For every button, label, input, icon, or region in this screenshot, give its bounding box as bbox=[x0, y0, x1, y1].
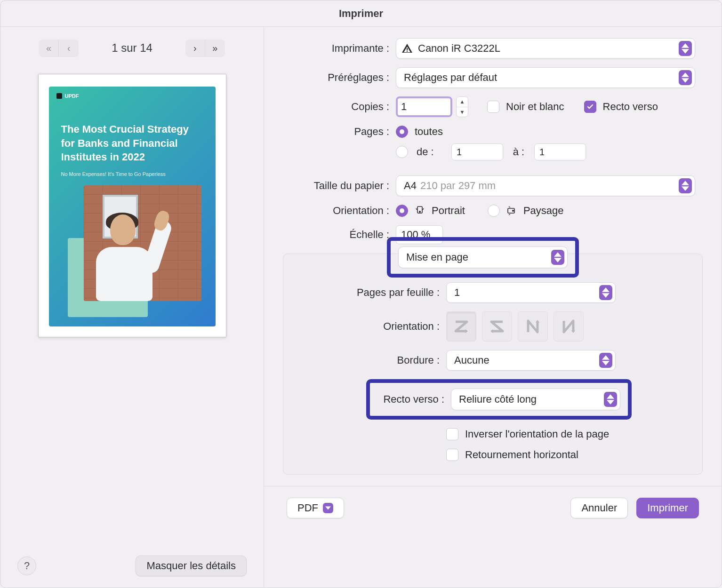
pps-select[interactable]: 1 bbox=[446, 282, 616, 303]
preview-next-group: › » bbox=[185, 40, 225, 56]
pdf-label: PDF bbox=[297, 502, 318, 514]
pages-all-label: toutes bbox=[415, 126, 443, 138]
duplex-value: Reliure côté long bbox=[459, 393, 537, 405]
label-pages: Pages : bbox=[281, 126, 389, 138]
doc-photo bbox=[68, 185, 201, 317]
label-duplex: Recto verso : bbox=[377, 393, 444, 405]
chevron-updown-icon bbox=[551, 250, 564, 265]
label-border: Bordure : bbox=[300, 354, 440, 366]
chevron-updown-icon bbox=[604, 392, 617, 407]
hide-details-button[interactable]: Masquer les détails bbox=[136, 556, 247, 576]
reverse-orientation-label: Inverser l'orientation de la page bbox=[465, 428, 609, 440]
section-value: Mise en page bbox=[406, 251, 468, 263]
presets-value: Réglages par défaut bbox=[404, 72, 497, 84]
pps-value: 1 bbox=[454, 286, 460, 299]
help-button[interactable]: ? bbox=[17, 556, 36, 575]
pages-from-label: de : bbox=[417, 146, 443, 158]
svg-point-3 bbox=[419, 211, 421, 213]
orientation-portrait-radio[interactable] bbox=[396, 205, 408, 217]
copies-stepper[interactable]: ▲ ▼ bbox=[456, 96, 468, 117]
section-highlight: Mise en page bbox=[387, 237, 579, 278]
doc-logo: UPDF bbox=[56, 93, 79, 99]
landscape-icon bbox=[506, 206, 517, 216]
label-printer: Imprimante : bbox=[281, 42, 389, 55]
flip-horizontal-label: Retournement horizontal bbox=[465, 449, 578, 461]
pages-all-radio[interactable] bbox=[396, 126, 408, 138]
label-scale: Échelle : bbox=[281, 229, 389, 241]
layout-z-button[interactable] bbox=[446, 311, 476, 342]
doc-title: The Most Crucial Strategy for Banks and … bbox=[61, 122, 197, 164]
paper-dimensions: 210 par 297 mm bbox=[420, 180, 496, 192]
chevron-updown-icon bbox=[679, 178, 692, 193]
border-select[interactable]: Aucune bbox=[446, 350, 616, 371]
svg-point-5 bbox=[512, 210, 514, 212]
paper-select[interactable]: A4 210 par 297 mm bbox=[396, 175, 695, 196]
goto-last-button[interactable]: » bbox=[205, 40, 225, 56]
print-button[interactable]: Imprimer bbox=[636, 498, 699, 518]
dialog-title: Imprimer bbox=[0, 0, 722, 27]
pdf-button[interactable]: PDF bbox=[287, 498, 344, 518]
layout-panel: Mise en page Pages par feuille : 1 bbox=[283, 254, 703, 475]
portrait-label: Portrait bbox=[432, 205, 465, 217]
bw-checkbox[interactable] bbox=[487, 101, 499, 113]
preview-page: UPDF The Most Crucial Strategy for Banks… bbox=[38, 74, 226, 337]
label-orientation: Orientation : bbox=[281, 205, 389, 217]
label-presets: Préréglages : bbox=[281, 72, 389, 84]
landscape-label: Paysage bbox=[523, 205, 564, 217]
flip-horizontal-checkbox[interactable] bbox=[446, 449, 458, 461]
printer-value: Canon iR C3222L bbox=[418, 42, 500, 55]
chevron-updown-icon bbox=[599, 353, 612, 368]
doc-subtitle: No More Expenses! It's Time to Go Paperl… bbox=[61, 171, 166, 177]
page-indicator: 1 sur 14 bbox=[112, 41, 152, 55]
portrait-icon bbox=[415, 206, 425, 216]
label-paper: Taille du papier : bbox=[281, 180, 389, 192]
presets-select[interactable]: Réglages par défaut bbox=[396, 67, 695, 88]
layout-s-button[interactable] bbox=[482, 311, 512, 342]
pages-to-label: à : bbox=[512, 146, 526, 158]
printer-select[interactable]: Canon iR C3222L bbox=[396, 38, 695, 59]
svg-rect-1 bbox=[407, 51, 408, 52]
reverse-orientation-checkbox[interactable] bbox=[446, 428, 458, 440]
label-layout-orientation: Orientation : bbox=[300, 320, 440, 333]
twosided-checkbox[interactable] bbox=[584, 101, 596, 113]
warning-icon bbox=[401, 42, 413, 55]
orientation-landscape-radio[interactable] bbox=[488, 205, 500, 217]
preview-prev-group: « ‹ bbox=[39, 40, 79, 56]
label-pps: Pages par feuille : bbox=[300, 286, 440, 299]
preview-panel: « ‹ 1 sur 14 › » UPDF The Most Crucial S… bbox=[0, 27, 264, 588]
border-value: Aucune bbox=[454, 354, 489, 366]
pages-range-radio[interactable] bbox=[396, 146, 408, 158]
duplex-select[interactable]: Reliure côté long bbox=[451, 389, 620, 410]
pages-to-input[interactable]: 1 bbox=[534, 143, 586, 160]
goto-next-button[interactable]: › bbox=[185, 40, 205, 56]
duplex-highlight: Recto verso : Reliure côté long bbox=[366, 379, 632, 420]
cancel-button[interactable]: Annuler bbox=[570, 498, 628, 518]
settings-panel: Imprimante : Canon iR C3222L Préréglages bbox=[264, 27, 722, 588]
chevron-updown-icon bbox=[679, 41, 692, 56]
chevron-down-icon bbox=[323, 503, 333, 513]
stepper-up-icon: ▲ bbox=[457, 97, 468, 107]
copies-input[interactable]: 1 bbox=[396, 96, 452, 117]
twosided-label: Recto verso bbox=[603, 101, 658, 113]
stepper-down-icon: ▼ bbox=[457, 107, 468, 117]
bw-label: Noir et blanc bbox=[506, 101, 564, 113]
goto-prev-button[interactable]: ‹ bbox=[59, 40, 79, 56]
goto-first-button[interactable]: « bbox=[39, 40, 59, 56]
pages-from-input[interactable]: 1 bbox=[451, 143, 503, 160]
chevron-updown-icon bbox=[599, 285, 612, 300]
label-copies: Copies : bbox=[281, 101, 389, 113]
svg-rect-0 bbox=[407, 48, 408, 50]
chevron-updown-icon bbox=[679, 70, 692, 85]
layout-n2-button[interactable] bbox=[554, 311, 584, 342]
print-dialog: Imprimer « ‹ 1 sur 14 › » UPDF The Mo bbox=[0, 0, 722, 588]
paper-name: A4 bbox=[404, 180, 417, 192]
section-select[interactable]: Mise en page bbox=[398, 246, 568, 268]
layout-n-button[interactable] bbox=[518, 311, 548, 342]
